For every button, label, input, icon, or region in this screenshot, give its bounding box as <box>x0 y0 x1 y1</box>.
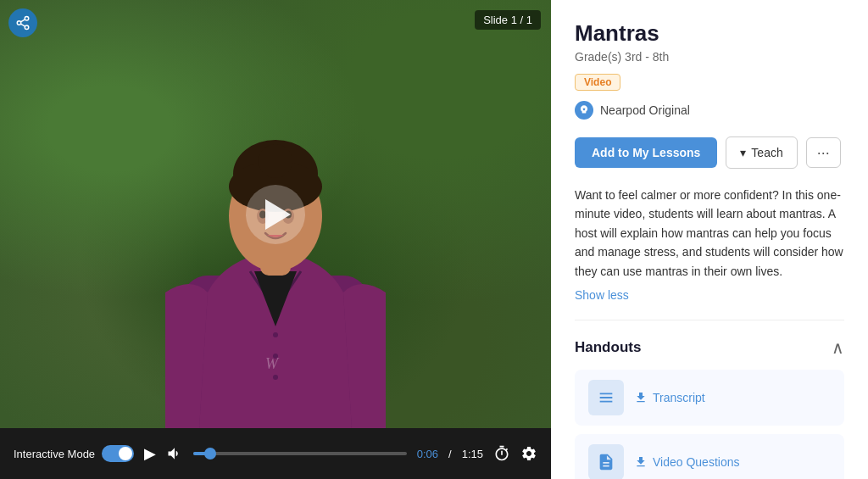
time-separator: / <box>448 448 452 460</box>
interactive-mode-label: Interactive Mode <box>14 448 95 460</box>
interactive-mode-control: Interactive Mode <box>14 445 134 462</box>
timer-button[interactable] <box>493 445 510 462</box>
more-options-button[interactable]: ··· <box>806 137 841 168</box>
nearpod-icon <box>575 101 593 120</box>
svg-point-17 <box>25 25 29 30</box>
progress-knob <box>204 448 216 460</box>
chevron-down-icon: ▾ <box>740 146 746 159</box>
video-badge: Video <box>575 74 620 91</box>
video-panel: W <box>0 0 551 479</box>
add-to-lessons-button[interactable]: Add to My Lessons <box>575 137 717 168</box>
lesson-description: Want to feel calmer or more confident? I… <box>575 186 844 281</box>
handouts-title: Handouts <box>575 339 641 356</box>
nearpod-original-label: Nearpod Original <box>600 103 690 117</box>
teach-button[interactable]: ▾ Teach <box>726 136 797 169</box>
collapse-icon[interactable]: ∧ <box>832 337 844 358</box>
volume-button[interactable] <box>166 445 183 462</box>
play-button-center[interactable] <box>246 185 305 244</box>
total-time: 1:15 <box>462 448 483 460</box>
info-panel: Mantras Grade(s) 3rd - 8th Video Nearpod… <box>551 0 868 479</box>
progress-bar[interactable] <box>193 452 407 455</box>
show-less-link[interactable]: Show less <box>575 288 629 302</box>
svg-line-18 <box>20 24 25 26</box>
grade-label: Grade(s) 3rd - 8th <box>575 50 844 64</box>
play-triangle-icon <box>265 199 291 230</box>
action-row: Add to My Lessons ▾ Teach ··· <box>575 136 844 169</box>
handout-video-questions[interactable]: Video Questions <box>575 434 844 479</box>
handouts-header: Handouts ∧ <box>575 337 844 358</box>
handout-transcript[interactable]: Transcript <box>575 370 844 426</box>
video-questions-link[interactable]: Video Questions <box>634 455 739 469</box>
lesson-title: Mantras <box>575 20 844 47</box>
section-divider <box>575 320 844 320</box>
nearpod-original-row: Nearpod Original <box>575 101 844 120</box>
svg-point-16 <box>17 21 21 25</box>
transcript-link[interactable]: Transcript <box>634 391 705 404</box>
interactive-mode-toggle[interactable] <box>102 445 134 462</box>
progress-container <box>193 452 407 455</box>
play-pause-button[interactable]: ▶ <box>144 444 156 463</box>
person-silhouette: W <box>140 106 411 428</box>
svg-point-15 <box>25 17 29 21</box>
current-time: 0:06 <box>417 448 438 460</box>
svg-point-10 <box>259 144 292 178</box>
svg-point-4 <box>273 354 278 359</box>
video-area: W <box>0 0 551 428</box>
slide-indicator: Slide 1 / 1 <box>475 10 541 30</box>
toggle-knob <box>119 447 132 460</box>
svg-line-19 <box>20 19 25 22</box>
transcript-icon-box <box>588 380 624 415</box>
progress-fill <box>193 452 210 455</box>
share-button[interactable] <box>8 8 37 37</box>
svg-point-5 <box>273 375 278 380</box>
svg-point-3 <box>273 332 278 337</box>
settings-button[interactable] <box>520 445 537 462</box>
video-questions-icon-box <box>588 444 624 479</box>
svg-text:W: W <box>265 355 280 372</box>
controls-bar: Interactive Mode ▶ <box>0 428 551 479</box>
